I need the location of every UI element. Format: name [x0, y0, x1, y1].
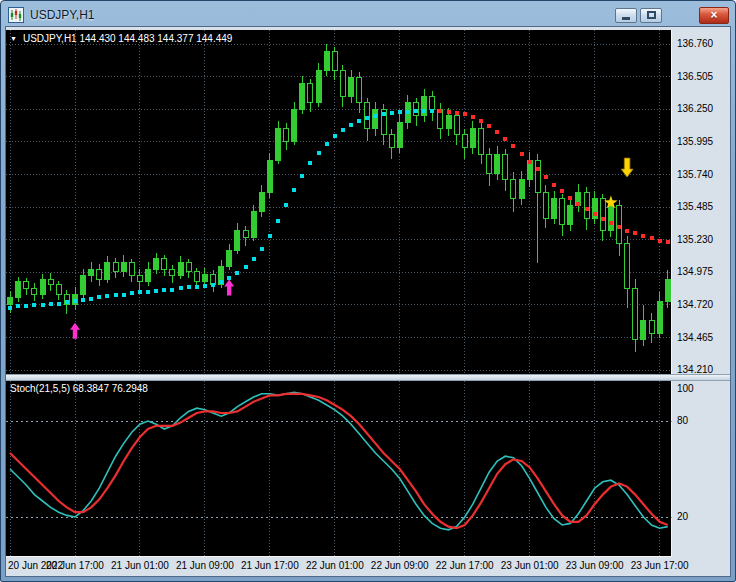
- price-axis-label: 136.505: [677, 71, 713, 83]
- price-axis-label: 135.485: [677, 201, 713, 213]
- time-axis-label: 20 Jun 17:00: [46, 560, 104, 572]
- buy-arrow-1: [70, 323, 80, 339]
- main-chart-pane[interactable]: ▼ USDJPY,H1 144.430 144.483 144.377 144.…: [6, 30, 672, 374]
- main-grid: [6, 30, 672, 374]
- time-axis-label: 23 Jun 17:00: [631, 560, 689, 572]
- price-axis-label: 136.250: [677, 103, 713, 115]
- close-icon: ×: [710, 9, 717, 21]
- ohlc-text: USDJPY,H1 144.430 144.483 144.377 144.44…: [23, 33, 232, 44]
- chart-layout: ▼ USDJPY,H1 144.430 144.483 144.377 144.…: [6, 30, 730, 575]
- time-axis-label: 21 Jun 01:00: [111, 560, 169, 572]
- stoch-axis-label: 80: [677, 415, 688, 427]
- ohlc-label: ▼ USDJPY,H1 144.430 144.483 144.377 144.…: [10, 33, 232, 44]
- stoch-main-line: [10, 392, 668, 530]
- price-axis-label: 134.720: [677, 299, 713, 311]
- buy-arrow-2: [224, 279, 234, 295]
- time-axis-label: 21 Jun 09:00: [176, 560, 234, 572]
- titlebar[interactable]: USDJPY,H1 ×: [1, 1, 735, 26]
- stochastic-axis[interactable]: 1008020: [672, 381, 730, 557]
- maximize-button[interactable]: [640, 8, 662, 23]
- time-axis-label: 23 Jun 01:00: [501, 560, 559, 572]
- signal-arrows: [70, 158, 633, 339]
- minimize-icon: [622, 17, 630, 20]
- minimize-button[interactable]: [615, 8, 637, 23]
- time-axis-label: 22 Jun 17:00: [436, 560, 494, 572]
- close-button[interactable]: ×: [699, 7, 729, 24]
- stoch-grid: [10, 381, 660, 557]
- time-axis[interactable]: 20 Jun 202220 Jun 17:0021 Jun 01:0021 Ju…: [6, 557, 730, 575]
- window-title: USDJPY,H1: [30, 8, 94, 22]
- window-controls: ×: [615, 6, 729, 24]
- time-axis-label: 22 Jun 01:00: [306, 560, 364, 572]
- price-axis-label: 134.975: [677, 266, 713, 278]
- price-axis-label: 135.740: [677, 169, 713, 181]
- price-axis-label: 134.210: [677, 364, 713, 376]
- candlestick-chart-icon: [8, 7, 24, 23]
- maximize-icon: [647, 11, 656, 19]
- price-axis-label: 136.760: [677, 38, 713, 50]
- chart-client-area: ▼ USDJPY,H1 144.430 144.483 144.377 144.…: [5, 26, 731, 577]
- stochastic-pane[interactable]: Stoch(21,5,5) 68.3847 76.2948: [6, 381, 672, 557]
- sell-arrow: [621, 158, 633, 177]
- stoch-axis-label: 100: [677, 383, 694, 395]
- main-chart-svg: [6, 30, 672, 374]
- time-axis-label: 22 Jun 09:00: [371, 560, 429, 572]
- price-axis-label: 135.995: [677, 136, 713, 148]
- quote-dropdown-icon[interactable]: ▼: [10, 35, 17, 42]
- price-axis[interactable]: 136.760136.505136.250135.995135.740135.4…: [672, 30, 730, 374]
- price-axis-label: 134.465: [677, 332, 713, 344]
- stoch-axis-label: 20: [677, 511, 688, 523]
- chart-window: USDJPY,H1 × ▼ USDJPY,H1 144.430 144.483 …: [0, 0, 736, 582]
- price-axis-label: 135.230: [677, 234, 713, 246]
- stoch-levels: [6, 421, 672, 517]
- stochastic-label: Stoch(21,5,5) 68.3847 76.2948: [10, 383, 148, 394]
- stochastic-svg: [6, 381, 672, 557]
- pane-separator[interactable]: [6, 374, 730, 381]
- time-axis-label: 23 Jun 09:00: [566, 560, 624, 572]
- time-axis-label: 21 Jun 17:00: [241, 560, 299, 572]
